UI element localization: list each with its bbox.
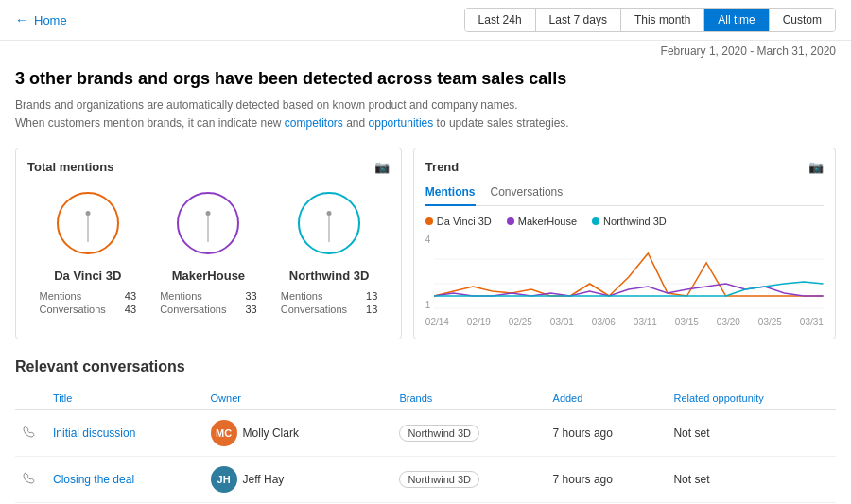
- panels: Total mentions 📷 Da Vinci 3D Mention: [15, 148, 836, 339]
- row-title-1[interactable]: Closing the deal: [45, 457, 203, 503]
- chart-svg-wrap: [434, 235, 824, 313]
- owner-avatar-1: JH: [211, 466, 237, 493]
- legend-davinci: Da Vinci 3D: [426, 216, 492, 227]
- desc-line1: Brands and organizations are automatical…: [15, 98, 518, 112]
- brand-item-makerhouse: MakerHouse Mentions 33 Conversations 33: [148, 185, 269, 315]
- brand-name-davinci: Da Vinci 3D: [54, 269, 121, 283]
- trend-title: Trend 📷: [426, 160, 824, 174]
- main-content: 3 other brands and orgs have been detect…: [0, 61, 851, 504]
- x-label-0219: 02/19: [467, 317, 491, 327]
- brand-stats-makerhouse: Mentions 33 Conversations 33: [160, 290, 257, 315]
- trend-legend: Da Vinci 3D MakerHouse Northwind 3D: [426, 216, 824, 227]
- row-added-0: 7 hours ago: [546, 410, 667, 457]
- brand-stats-northwind: Mentions 13 Conversations 13: [281, 290, 378, 315]
- brand-item-davinci: Da Vinci 3D Mentions 43 Conversations 43: [27, 185, 148, 315]
- date-range: February 1, 2020 - March 31, 2020: [0, 41, 851, 61]
- x-label-0325: 03/25: [758, 317, 782, 327]
- conversations-table: Title Owner Brands Added Related opportu…: [15, 387, 836, 504]
- legend-makerhouse: MakerHouse: [507, 216, 577, 227]
- x-label-0331: 03/31: [800, 317, 824, 327]
- trend-tab-conversations[interactable]: Conversations: [491, 185, 564, 206]
- brand-tag-0: Northwind 3D: [399, 425, 479, 442]
- y-label-4: 4: [426, 235, 431, 245]
- x-axis-labels: 02/14 02/19 02/25 03/01 03/06 03/11 03/1…: [426, 317, 824, 327]
- trend-panel: Trend 📷 Mentions Conversations Da Vinci …: [413, 148, 836, 339]
- table-header-row: Title Owner Brands Added Related opportu…: [15, 387, 836, 410]
- brand-stats-davinci: Mentions 43 Conversations 43: [40, 290, 137, 315]
- col-icon: [15, 387, 45, 410]
- page-description: Brands and organizations are automatical…: [15, 96, 836, 132]
- filter-thismonth[interactable]: This month: [621, 9, 704, 31]
- legend-dot-makerhouse: [507, 217, 514, 225]
- row-icon-0: [15, 410, 45, 457]
- competitors-link[interactable]: competitors: [285, 116, 343, 130]
- y-axis: 4 1: [426, 235, 435, 310]
- desc-line2-post: to update sales strategies.: [433, 116, 568, 130]
- row-icon-1: [15, 457, 45, 503]
- row-related-1: Not set: [666, 457, 836, 503]
- brand-list: Da Vinci 3D Mentions 43 Conversations 43: [27, 185, 390, 315]
- row-brand-1: Northwind 3D: [391, 457, 545, 503]
- col-title: Title: [45, 387, 203, 410]
- total-mentions-panel: Total mentions 📷 Da Vinci 3D Mention: [15, 148, 402, 339]
- filter-custom[interactable]: Custom: [770, 9, 835, 31]
- brand-circle-northwind: [291, 185, 367, 261]
- x-label-0225: 02/25: [509, 317, 532, 327]
- legend-label-davinci: Da Vinci 3D: [437, 216, 492, 227]
- filter-alltime[interactable]: All time: [704, 9, 769, 31]
- owner-name-0: Molly Clark: [243, 426, 299, 440]
- opportunities-link[interactable]: opportunities: [369, 116, 434, 130]
- legend-label-northwind: Northwind 3D: [603, 216, 667, 227]
- page-title: 3 other brands and orgs have been detect…: [15, 69, 836, 89]
- legend-dot-davinci: [426, 217, 433, 225]
- x-label-0306: 03/06: [592, 317, 616, 327]
- time-filter-group: Last 24h Last 7 days This month All time…: [464, 8, 836, 32]
- row-brand-0: Northwind 3D: [391, 410, 545, 457]
- brand-circle-davinci: [50, 185, 126, 261]
- share-icon[interactable]: 📷: [374, 160, 390, 174]
- x-label-0320: 03/20: [717, 317, 740, 327]
- y-label-1: 1: [426, 300, 431, 310]
- row-owner-1: JH Jeff Hay: [203, 457, 392, 503]
- brand-tag-1: Northwind 3D: [399, 471, 479, 488]
- brand-name-northwind: Northwind 3D: [289, 269, 370, 283]
- back-link[interactable]: ← Home: [15, 12, 67, 27]
- col-related: Related opportunity: [666, 387, 836, 410]
- desc-line2-pre: When customers mention brands, it can in…: [15, 116, 285, 130]
- x-label-0315: 03/15: [675, 317, 699, 327]
- brand-item-northwind: Northwind 3D Mentions 13 Conversations 1…: [269, 185, 390, 315]
- legend-label-makerhouse: MakerHouse: [518, 216, 577, 227]
- trend-chart: 4 1: [426, 235, 824, 313]
- col-owner: Owner: [203, 387, 392, 410]
- conversations-title: Relevant conversations: [15, 358, 836, 375]
- filter-last24h[interactable]: Last 24h: [465, 9, 536, 31]
- legend-dot-northwind: [592, 217, 599, 225]
- row-added-1: 7 hours ago: [546, 457, 667, 503]
- trend-tabs: Mentions Conversations: [426, 185, 824, 206]
- owner-name-1: Jeff Hay: [243, 473, 285, 486]
- back-arrow-icon: ←: [15, 12, 28, 27]
- row-title-0[interactable]: Initial discussion: [45, 410, 203, 457]
- total-mentions-title: Total mentions 📷: [27, 160, 390, 174]
- brand-circle-makerhouse: [170, 185, 246, 261]
- row-owner-0: MC Molly Clark: [203, 410, 392, 457]
- filter-last7days[interactable]: Last 7 days: [536, 9, 621, 31]
- table-row[interactable]: Closing the deal JH Jeff Hay Northwind 3…: [15, 457, 836, 503]
- x-label-0301: 03/01: [550, 317, 574, 327]
- col-brands: Brands: [391, 387, 545, 410]
- col-added: Added: [546, 387, 667, 410]
- table-row[interactable]: Initial discussion MC Molly Clark Northw…: [15, 410, 836, 457]
- back-label: Home: [34, 13, 67, 27]
- chart-svg: [434, 235, 824, 310]
- legend-northwind: Northwind 3D: [592, 216, 667, 227]
- x-label-0214: 02/14: [426, 317, 449, 327]
- trend-tab-mentions[interactable]: Mentions: [426, 185, 476, 206]
- row-related-0: Not set: [666, 410, 836, 457]
- x-label-0311: 03/11: [634, 317, 657, 327]
- brand-name-makerhouse: MakerHouse: [172, 269, 245, 283]
- trend-share-icon[interactable]: 📷: [808, 160, 824, 174]
- owner-avatar-0: MC: [211, 420, 237, 446]
- top-bar: ← Home Last 24h Last 7 days This month A…: [0, 0, 851, 41]
